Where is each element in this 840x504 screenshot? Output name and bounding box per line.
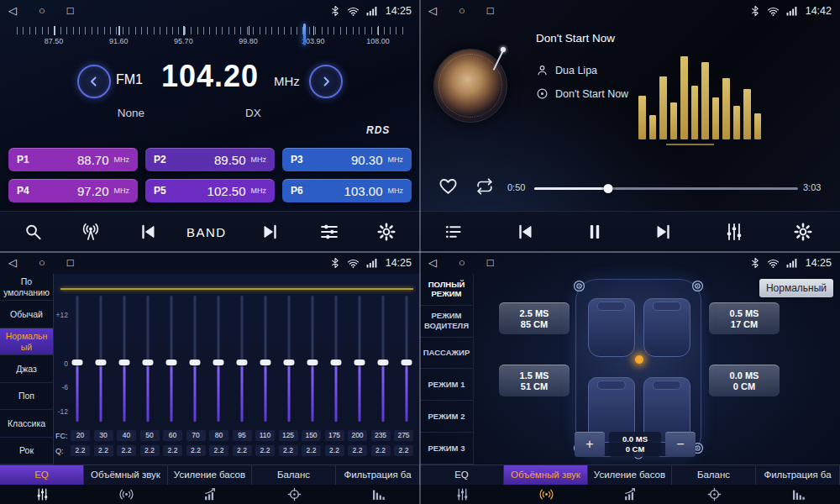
settings-button[interactable] [793,222,813,242]
bass-boost-tab-icon[interactable] [588,485,672,504]
eq-band-slider[interactable] [188,296,201,422]
band-button[interactable]: BAND [186,225,227,239]
sound-tab[interactable]: Усиление басов [588,465,672,485]
scan-button[interactable] [81,222,101,242]
home-icon[interactable]: ○ [39,252,45,274]
slider-knob[interactable] [236,360,247,365]
preset-button[interactable]: P5 102.50 MHz [145,179,275,202]
listening-mode-item[interactable]: РЕЖИМ ВОДИТЕЛЯ [420,306,473,338]
filter-tab-icon[interactable] [756,485,840,504]
slider-knob[interactable] [331,360,342,365]
slider-knob[interactable] [95,360,106,365]
preset-button[interactable]: P4 97.20 MHz [8,179,138,202]
listening-mode-item[interactable]: РЕЖИМ 1 [420,369,473,401]
slider-knob[interactable] [378,360,389,365]
tune-up-button[interactable] [309,65,343,98]
favorite-button[interactable] [438,176,458,196]
slider-knob[interactable] [142,360,153,365]
eq-band-slider[interactable] [141,296,154,422]
eq-band-slider[interactable] [118,296,130,422]
preset-button[interactable]: P1 88.70 MHz [8,148,138,171]
listening-position-dot[interactable] [635,355,643,364]
eq-tab-icon[interactable] [0,485,84,504]
home-icon[interactable]: ○ [459,252,465,274]
next-track-button[interactable] [654,222,674,242]
sound-tab[interactable]: Объёмный звук [504,465,588,485]
eq-band-slider[interactable] [377,296,390,422]
listening-mode-item[interactable]: ПАССАЖИР [420,338,473,370]
listening-mode-item[interactable]: ПОЛНЫЙ РЕЖИМ [420,274,473,306]
filter-tab-icon[interactable] [336,485,420,504]
eq-band-slider[interactable] [354,296,366,422]
next-station-button[interactable] [260,222,281,242]
eq-band-slider[interactable] [212,296,224,422]
eq-band-slider[interactable] [235,296,248,422]
playlist-button[interactable] [444,223,463,242]
slider-knob[interactable] [189,360,200,365]
eq-preset-item[interactable]: Поп [0,383,53,410]
frequency-scale[interactable] [17,27,403,34]
home-icon[interactable]: ○ [459,0,465,22]
seek-bar[interactable] [534,187,798,190]
recents-icon[interactable]: □ [67,252,74,274]
eq-preset-item[interactable]: Рок [0,438,53,465]
preset-button[interactable]: P3 90.30 MHz [282,148,412,171]
eq-preset-item[interactable]: Джаз [0,355,53,382]
seat-front-right[interactable] [643,298,690,357]
back-icon[interactable]: ◁ [428,0,437,22]
sound-tab[interactable]: Фильтрация ба [336,465,420,485]
back-icon[interactable]: ◁ [428,252,437,274]
back-icon[interactable]: ◁ [8,252,17,274]
album-art[interactable] [433,49,507,123]
eq-band-slider[interactable] [283,296,296,422]
increase-delay-button[interactable]: + [575,432,605,457]
preset-button[interactable]: P2 89.50 MHz [145,148,275,171]
eq-preset-item[interactable]: Нормальный [0,328,53,355]
sound-profile-button[interactable]: Нормальный [759,279,833,297]
seat-front-left[interactable] [588,298,635,357]
bass-boost-tab-icon[interactable] [168,485,252,504]
preset-button[interactable]: P6 103.00 MHz [282,179,412,202]
recents-icon[interactable]: □ [67,0,74,22]
recents-icon[interactable]: □ [487,0,494,22]
eq-band-slider[interactable] [94,296,107,422]
tune-down-button[interactable] [77,65,111,98]
slider-knob[interactable] [71,360,82,365]
slider-knob[interactable] [307,360,318,365]
slider-knob[interactable] [213,360,223,365]
slider-knob[interactable] [165,360,176,365]
balance-tab-icon[interactable] [672,485,756,504]
pause-button[interactable] [585,222,605,242]
slider-knob[interactable] [118,360,129,365]
eq-band-slider[interactable] [401,296,413,422]
search-button[interactable] [24,223,43,242]
surround-tab-icon[interactable] [84,485,168,504]
decrease-delay-button[interactable]: − [665,432,696,457]
recents-icon[interactable]: □ [487,252,494,274]
slider-knob[interactable] [354,360,365,365]
sound-tab[interactable]: Фильтрация ба [756,465,840,485]
repeat-button[interactable] [475,177,494,196]
sound-tab[interactable]: EQ [420,465,504,485]
previous-track-button[interactable] [515,222,535,242]
home-icon[interactable]: ○ [39,0,45,22]
eq-band-slider[interactable] [260,296,272,422]
listening-mode-item[interactable]: РЕЖИМ 3 [420,433,473,465]
audio-settings-button[interactable] [724,222,744,242]
balance-tab-icon[interactable] [252,485,336,504]
sound-tab[interactable]: Баланс [672,465,756,485]
eq-preset-item[interactable]: Классика [0,410,53,437]
eq-tab-icon[interactable] [420,485,504,504]
back-icon[interactable]: ◁ [8,0,17,22]
audio-settings-button[interactable] [319,222,339,242]
eq-band-slider[interactable] [165,296,177,422]
settings-button[interactable] [376,222,396,242]
previous-station-button[interactable] [138,222,158,242]
eq-preset-item[interactable]: Обычай [0,301,53,328]
eq-band-slider[interactable] [330,296,343,422]
sound-tab[interactable]: Усиление басов [168,465,252,485]
listening-mode-item[interactable]: РЕЖИМ 2 [420,401,473,433]
sound-tab[interactable]: Баланс [252,465,336,485]
slider-knob[interactable] [402,360,412,365]
sound-tab[interactable]: Объёмный звук [84,465,168,485]
